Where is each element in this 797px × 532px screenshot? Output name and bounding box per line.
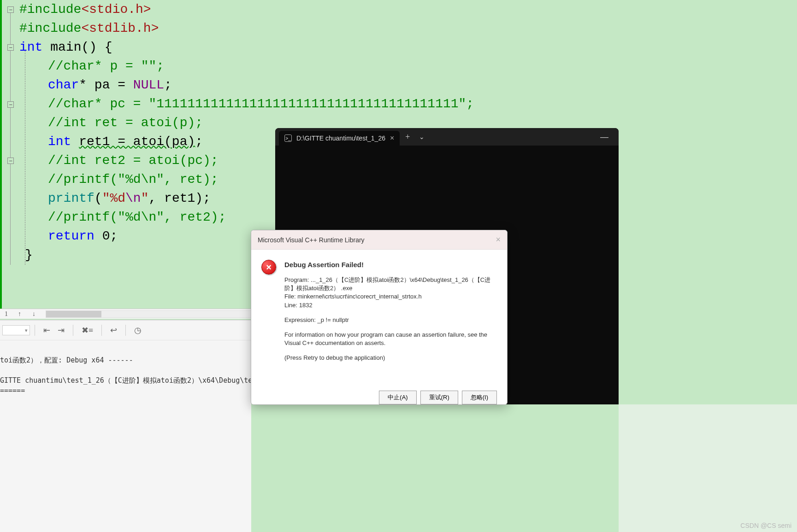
terminal-icon: >_ bbox=[284, 134, 292, 142]
retry-button[interactable]: 重试(R) bbox=[420, 391, 458, 404]
include-path: <stdlib.h> bbox=[81, 21, 159, 35]
indent-guide bbox=[25, 51, 25, 265]
code-line[interactable]: //char* p = ""; bbox=[2, 57, 797, 76]
output-text[interactable]: toi函数2），配置: Debug x64 ------ GITTE chuan… bbox=[0, 340, 251, 406]
keyword: int bbox=[19, 40, 42, 54]
comment: //printf("%d\n", ret2); bbox=[48, 210, 226, 224]
code-line[interactable]: #include<stdio.h> bbox=[2, 0, 797, 19]
horizontal-scrollbar[interactable]: 1 ↑ ↓ bbox=[0, 309, 251, 319]
preprocessor: #include bbox=[19, 21, 81, 35]
close-icon[interactable]: × bbox=[496, 235, 501, 245]
gutter: − − − − bbox=[4, 0, 18, 309]
include-path: <stdio.h> bbox=[81, 2, 151, 17]
watermark: CSDN @CS semi bbox=[740, 522, 791, 529]
minimize-icon[interactable]: — bbox=[594, 132, 615, 142]
keyword: int bbox=[48, 134, 71, 149]
close-tab-icon[interactable]: × bbox=[390, 134, 394, 142]
output-line: toi函数2），配置: Debug x64 ------ bbox=[0, 356, 133, 364]
comment: //printf("%d\n", ret); bbox=[48, 172, 218, 187]
fold-line bbox=[10, 13, 11, 44]
scroll-down-icon[interactable]: ↓ bbox=[27, 310, 41, 318]
function-call: printf bbox=[48, 191, 94, 205]
string-literal: " bbox=[141, 191, 149, 205]
error-info: For information on how your program can … bbox=[284, 331, 497, 347]
output-panel: ▾ ⇤ ⇥ ✖≡ ↩ ◷ toi函数2），配置: Debug x64 -----… bbox=[0, 320, 251, 532]
terminal-tab-title: D:\GITTE chuantimu\test_1_26 bbox=[296, 134, 385, 142]
watermark-bg bbox=[619, 404, 797, 532]
dialog-titlebar[interactable]: Microsoft Visual C++ Runtime Library × bbox=[251, 230, 507, 250]
dialog-text: Debug Assertion Failed! Program: ..._1_2… bbox=[284, 260, 497, 381]
code-line[interactable]: //char* pc = "11111111111111111111111111… bbox=[2, 94, 797, 113]
code-line[interactable]: char* pa = NULL; bbox=[2, 76, 797, 94]
find-prev-icon[interactable]: ⇤ bbox=[40, 323, 54, 337]
divider bbox=[125, 325, 126, 336]
output-line: GITTE chuantimu\test_1_26（【C进阶】模拟atoi函数2… bbox=[0, 376, 251, 385]
code: * pa = bbox=[79, 78, 133, 92]
null-literal: NULL bbox=[133, 78, 164, 92]
terminal-titlebar[interactable]: >_ D:\GITTE chuantimu\test_1_26 × + ⌄ — bbox=[275, 128, 619, 146]
warning-squiggle: ret1 = atoi(pa) bbox=[79, 134, 195, 149]
punct: () { bbox=[81, 40, 112, 54]
code-line[interactable]: #include<stdlib.h> bbox=[2, 19, 797, 38]
brace: } bbox=[25, 248, 33, 262]
scroll-up-icon[interactable]: ↑ bbox=[12, 310, 27, 318]
comment: //int ret2 = atoi(pc); bbox=[48, 153, 218, 168]
fold-toggle-icon[interactable]: − bbox=[7, 101, 14, 108]
punct: ; bbox=[164, 78, 172, 92]
fold-toggle-icon[interactable]: − bbox=[7, 158, 14, 164]
string-literal: "%d bbox=[102, 191, 125, 205]
output-line: ====== bbox=[0, 386, 25, 395]
clear-icon[interactable]: ✖≡ bbox=[78, 323, 97, 337]
divider bbox=[73, 325, 73, 336]
fold-toggle-icon[interactable]: − bbox=[7, 6, 14, 13]
code-line[interactable]: int main() { bbox=[2, 38, 797, 57]
dialog-title-text: Microsoft Visual C++ Runtime Library bbox=[258, 236, 365, 244]
punct: ; bbox=[195, 134, 203, 149]
error-hint: (Press Retry to debug the application) bbox=[284, 354, 497, 362]
error-detail: Program: ..._1_26（【C进阶】模拟atoi函数2）\x64\De… bbox=[284, 276, 497, 310]
new-tab-icon[interactable]: + bbox=[400, 132, 415, 142]
abort-button[interactable]: 中止(A) bbox=[379, 391, 416, 404]
error-icon: × bbox=[261, 260, 276, 275]
comment: //char* p = ""; bbox=[48, 59, 164, 73]
dialog-body: × Debug Assertion Failed! Program: ..._1… bbox=[251, 250, 507, 386]
clock-icon[interactable]: ◷ bbox=[130, 323, 145, 337]
terminal-tab[interactable]: >_ D:\GITTE chuantimu\test_1_26 × bbox=[279, 131, 400, 146]
find-next-icon[interactable]: ⇥ bbox=[54, 323, 68, 337]
divider bbox=[35, 325, 35, 336]
scroll-track[interactable] bbox=[46, 310, 251, 318]
output-toolbar: ▾ ⇤ ⇥ ✖≡ ↩ ◷ bbox=[0, 320, 251, 340]
dialog-buttons: 中止(A) 重试(R) 忽略(I) bbox=[251, 386, 507, 404]
fold-toggle-icon[interactable]: − bbox=[7, 44, 14, 51]
line-indicator: 1 bbox=[0, 310, 12, 318]
word-wrap-icon[interactable]: ↩ bbox=[106, 323, 121, 337]
ignore-button[interactable]: 忽略(I) bbox=[462, 391, 497, 404]
output-source-combo[interactable]: ▾ bbox=[2, 325, 30, 335]
preprocessor: #include bbox=[19, 2, 81, 17]
comment: //int ret = atoi(p); bbox=[48, 116, 203, 130]
error-heading: Debug Assertion Failed! bbox=[284, 260, 497, 269]
divider bbox=[101, 325, 102, 336]
comment: //char* pc = "11111111111111111111111111… bbox=[48, 97, 474, 111]
identifier: main bbox=[42, 40, 81, 54]
keyword: return bbox=[48, 229, 94, 243]
scroll-thumb[interactable] bbox=[46, 311, 101, 317]
error-dialog: Microsoft Visual C++ Runtime Library × ×… bbox=[251, 230, 508, 405]
keyword: char bbox=[48, 78, 79, 92]
chevron-down-icon[interactable]: ⌄ bbox=[415, 133, 428, 141]
error-expression: Expression: _p != nullptr bbox=[284, 316, 497, 324]
escape-seq: \n bbox=[125, 191, 141, 205]
